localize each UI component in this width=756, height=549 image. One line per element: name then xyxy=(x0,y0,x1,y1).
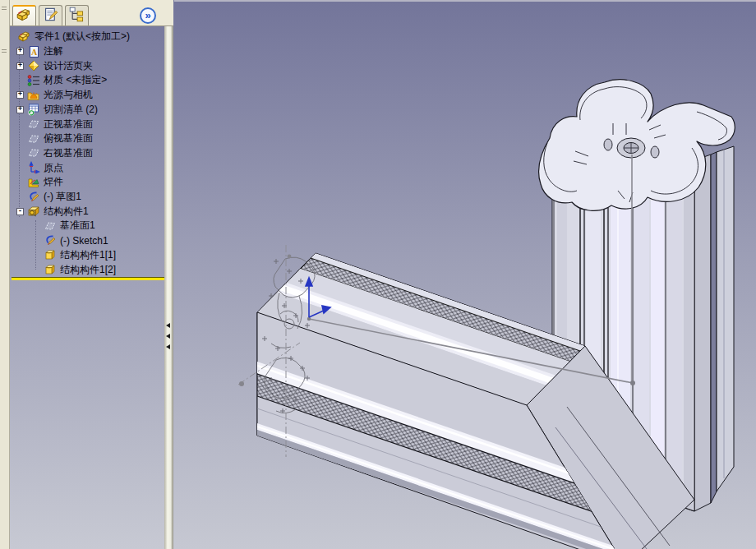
tree-item-label: 右视基准面 xyxy=(44,146,93,160)
plane-icon xyxy=(27,146,40,159)
expander-plus[interactable]: + xyxy=(16,106,24,113)
weldment-icon xyxy=(27,176,40,189)
tree-item-label: 切割清单 (2) xyxy=(44,103,98,117)
solid-body-icon xyxy=(44,263,57,276)
tree-item[interactable]: 基准面1 xyxy=(12,219,95,233)
tree-item-label: 光源与相机 xyxy=(44,88,93,102)
plane-icon xyxy=(27,118,40,131)
tree-item[interactable]: 结构构件1[1] xyxy=(12,247,116,262)
tree-item[interactable]: 原点 xyxy=(12,160,63,175)
sketch-icon xyxy=(27,191,40,204)
solid-body-icon xyxy=(44,248,57,261)
tree-item-label: 原点 xyxy=(44,161,63,175)
tree-item[interactable]: 结构构件1[2] xyxy=(12,262,116,277)
plane-icon xyxy=(27,132,40,145)
tree-item[interactable]: +光源与相机 xyxy=(12,88,93,103)
tree-item-label: 结构构件1 xyxy=(44,205,89,219)
expander-plus[interactable]: + xyxy=(16,62,24,70)
tree-item[interactable]: +设计活页夹 xyxy=(12,58,93,73)
sketch-endpoint-dot[interactable] xyxy=(239,381,244,386)
part-icon xyxy=(18,30,31,43)
tree-root-item[interactable]: 零件1 (默认<按加工>) xyxy=(12,29,130,44)
tree-item[interactable]: +A注解 xyxy=(12,44,63,59)
tree-item[interactable]: 材质 <未指定> xyxy=(12,73,107,88)
annotations-icon: A xyxy=(27,45,40,58)
feature-manager-tree: 零件1 (默认<按加工>)+A注解+设计活页夹材质 <未指定>+光源与相机+切割… xyxy=(12,0,169,549)
tree-item[interactable]: (-) 草图1 xyxy=(12,190,81,205)
tree-item-label: 结构构件1[2] xyxy=(60,263,116,277)
panel-splitter[interactable] xyxy=(164,26,173,549)
tree-item-label: 俯视基准面 xyxy=(44,131,93,145)
tree-item[interactable]: (-) Sketch1 xyxy=(12,233,108,248)
tree-item-label: 焊件 xyxy=(44,175,63,189)
rollback-bar[interactable] xyxy=(12,277,168,280)
tree-item-label: 设计活页夹 xyxy=(44,59,93,73)
viewport-3d[interactable] xyxy=(174,0,756,549)
tree-item[interactable]: 焊件 xyxy=(12,175,63,190)
svg-text:A: A xyxy=(31,47,38,56)
structural-member-icon xyxy=(27,205,40,218)
tree-item-label: 正视基准面 xyxy=(44,118,93,131)
tree-item[interactable]: -结构构件1 xyxy=(12,204,89,219)
lights-cameras-icon xyxy=(27,89,40,102)
cut-list-icon xyxy=(27,103,40,116)
sketch-icon xyxy=(44,234,57,247)
expander-plus[interactable]: + xyxy=(16,91,24,99)
tree-item[interactable]: 右视基准面 xyxy=(12,145,93,160)
sketch-endpoint-dot[interactable] xyxy=(288,255,292,259)
tree-item[interactable]: 正视基准面 xyxy=(12,117,93,131)
tree-item-label: 注解 xyxy=(44,44,63,58)
origin-icon xyxy=(27,161,40,174)
tree-item-label: 基准面1 xyxy=(60,219,95,233)
tree-item-label: 零件1 (默认<按加工>) xyxy=(35,30,130,44)
path-corner-point[interactable] xyxy=(630,381,635,385)
expander-plus[interactable]: + xyxy=(16,48,24,55)
design-binder-icon xyxy=(27,59,40,72)
expander-minus[interactable]: - xyxy=(16,208,24,215)
tree-item-label: (-) 草图1 xyxy=(44,190,81,204)
tree-item[interactable]: 俯视基准面 xyxy=(12,131,93,146)
plane-icon xyxy=(44,219,57,233)
tree-item-label: (-) Sketch1 xyxy=(60,235,108,247)
collapsed-toolbar-strip[interactable] xyxy=(0,0,10,549)
material-icon xyxy=(27,74,40,87)
tree-item[interactable]: +切割清单 (2) xyxy=(12,102,98,117)
path-start-point[interactable] xyxy=(307,317,311,321)
tree-item-label: 结构构件1[1] xyxy=(60,248,116,262)
tree-item-label: 材质 <未指定> xyxy=(44,73,107,87)
